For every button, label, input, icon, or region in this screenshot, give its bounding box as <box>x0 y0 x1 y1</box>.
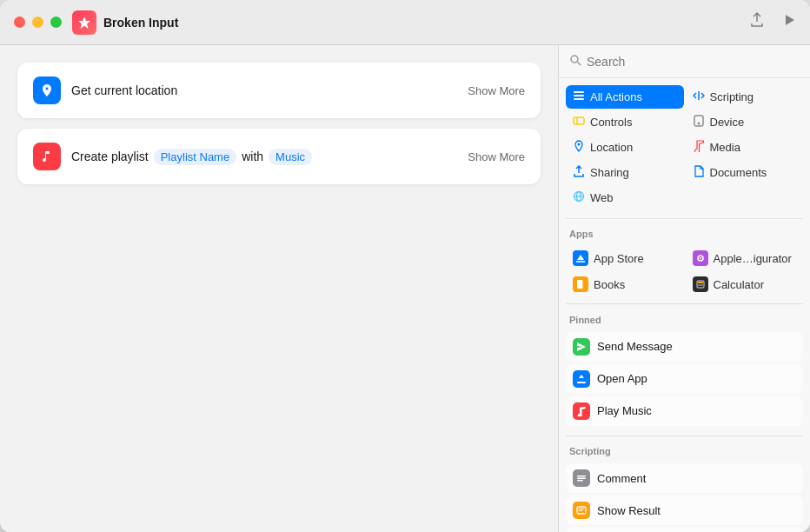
scripting-item-show-alert[interactable]: Show Alert <box>566 528 803 532</box>
main-window: Broken Input <box>0 0 810 532</box>
sidebar-item-web[interactable]: Web <box>566 186 684 209</box>
location-label: Location <box>590 141 633 154</box>
sidebar-item-all-actions[interactable]: All Actions <box>566 85 684 109</box>
search-bar <box>559 45 810 78</box>
sidebar-item-controls[interactable]: Controls <box>566 110 684 134</box>
svg-rect-3 <box>574 91 584 93</box>
svg-marker-0 <box>786 15 794 25</box>
apple-configurator-icon <box>693 250 708 266</box>
pinned-section: Send Message Open App <box>559 329 810 432</box>
all-actions-icon <box>573 90 585 104</box>
show-more-playlist[interactable]: Show More <box>468 150 525 163</box>
sidebar-item-scripting[interactable]: Scripting <box>686 85 804 109</box>
documents-label: Documents <box>710 166 767 179</box>
sidebar-item-sharing[interactable]: Sharing <box>566 161 684 184</box>
pinned-item-open-app[interactable]: Open App <box>566 364 803 394</box>
open-app-label: Open App <box>597 372 647 385</box>
show-result-label: Show Result <box>597 504 661 517</box>
svg-point-1 <box>571 56 578 63</box>
app-store-icon <box>573 250 588 266</box>
svg-rect-31 <box>579 510 583 511</box>
sidebar-item-device[interactable]: Device <box>686 110 804 134</box>
controls-icon <box>573 115 585 130</box>
documents-icon <box>693 165 705 180</box>
svg-rect-30 <box>579 509 585 509</box>
comment-label: Comment <box>597 472 646 485</box>
calculator-label: Calculator <box>714 278 765 291</box>
location-cat-icon <box>573 140 585 155</box>
app-item-calculator[interactable]: Calculator <box>686 272 804 296</box>
web-icon <box>573 190 585 205</box>
minimize-button[interactable] <box>32 17 43 28</box>
with-text: with <box>242 150 263 163</box>
action-label-playlist: Create playlist <box>71 150 149 163</box>
sharing-label: Sharing <box>590 166 629 179</box>
sidebar-item-location[interactable]: Location <box>566 136 684 159</box>
apps-section-label: Apps <box>559 222 810 243</box>
search-icon <box>569 54 581 69</box>
svg-line-2 <box>578 63 581 66</box>
svg-rect-5 <box>574 98 584 100</box>
svg-point-22 <box>698 285 699 286</box>
pinned-section-label: Pinned <box>559 308 810 329</box>
svg-point-23 <box>700 285 700 286</box>
device-label: Device <box>710 116 745 129</box>
main-content: Get current location Show More Create pl… <box>0 45 810 532</box>
play-music-label: Play Music <box>597 404 652 417</box>
send-message-label: Send Message <box>597 340 673 353</box>
apps-section: App Store Apple…igurator <box>559 243 810 300</box>
scripting-icon <box>693 90 705 104</box>
scripting-label: Scripting <box>710 90 754 103</box>
sidebar-item-media[interactable]: Media <box>686 136 804 159</box>
app-item-app-store[interactable]: App Store <box>566 246 684 270</box>
playlist-name-pill[interactable]: Playlist Name <box>154 149 236 165</box>
traffic-lights <box>14 17 62 28</box>
svg-rect-4 <box>574 95 584 96</box>
svg-point-24 <box>701 285 702 286</box>
left-panel: Get current location Show More Create pl… <box>0 45 558 532</box>
sidebar-item-documents[interactable]: Documents <box>686 161 804 184</box>
music-icon <box>33 143 61 170</box>
open-app-icon <box>573 370 590 388</box>
app-store-label: App Store <box>594 252 644 265</box>
web-label: Web <box>590 191 614 204</box>
app-icon <box>72 10 96 35</box>
sharing-icon <box>573 165 585 180</box>
media-icon <box>693 140 705 155</box>
svg-rect-7 <box>574 117 584 124</box>
maximize-button[interactable] <box>50 17 62 28</box>
app-item-books[interactable]: Books <box>566 272 684 296</box>
action-content-location: Get current location <box>71 83 468 97</box>
music-pill[interactable]: Music <box>269 149 312 165</box>
share-button[interactable] <box>749 12 765 32</box>
svg-rect-26 <box>577 475 586 477</box>
scripting-section: Comment Show Result <box>559 460 810 532</box>
show-more-location[interactable]: Show More <box>468 84 525 97</box>
titlebar-actions <box>749 12 796 32</box>
svg-rect-25 <box>577 382 586 383</box>
books-label: Books <box>594 278 625 291</box>
show-result-icon <box>573 502 590 519</box>
send-message-icon <box>573 338 590 356</box>
svg-point-10 <box>698 123 700 124</box>
all-actions-label: All Actions <box>590 90 642 103</box>
apple-configurator-label: Apple…igurator <box>714 252 792 265</box>
right-panel: All Actions Scripting <box>558 45 810 532</box>
controls-label: Controls <box>590 116 632 129</box>
calculator-icon <box>693 276 708 292</box>
scripting-item-show-result[interactable]: Show Result <box>566 495 803 525</box>
play-button[interactable] <box>782 13 796 31</box>
scripting-item-comment[interactable]: Comment <box>566 463 803 493</box>
svg-point-11 <box>578 143 581 146</box>
svg-rect-27 <box>577 478 586 480</box>
categories-section: All Actions Scripting <box>559 78 810 215</box>
titlebar: Broken Input <box>0 0 810 45</box>
window-title: Broken Input <box>103 16 749 30</box>
pinned-item-send-message[interactable]: Send Message <box>566 332 803 362</box>
app-item-apple-configurator[interactable]: Apple…igurator <box>686 246 804 270</box>
pinned-item-play-music[interactable]: Play Music <box>566 396 803 426</box>
close-button[interactable] <box>14 17 25 28</box>
svg-rect-21 <box>698 282 703 283</box>
search-input[interactable] <box>587 55 800 69</box>
svg-rect-28 <box>577 480 583 482</box>
